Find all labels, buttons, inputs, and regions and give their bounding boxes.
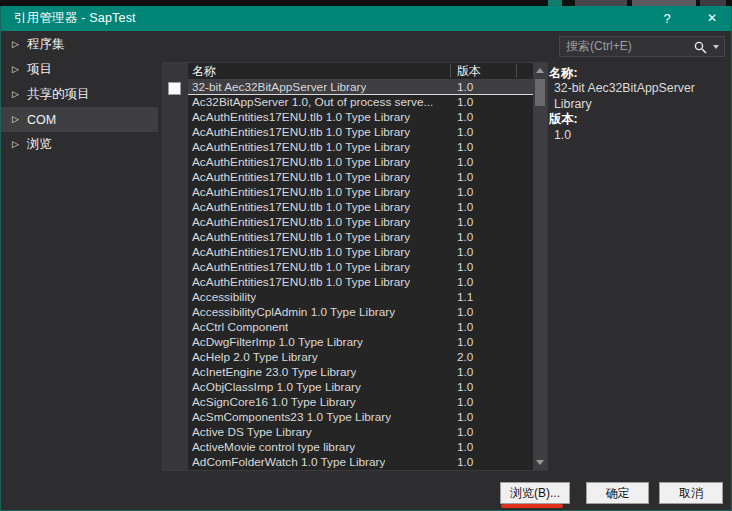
table-row[interactable]: Active DS Type Library1.0 [188,425,535,440]
sidebar-item-共享的项目[interactable]: ▷共享的项目 [1,82,158,107]
row-version: 1.0 [457,95,473,110]
dialog-body: ▷程序集▷项目▷共享的项目▷COM▷浏览 名称 版本 32-bit Aec32B… [1,31,731,509]
cancel-button[interactable]: 取消 [659,482,723,504]
ok-button[interactable]: 确定 [586,482,649,504]
vertical-scrollbar[interactable] [533,63,547,470]
table-row[interactable]: AcSignCore16 1.0 Type Library1.0 [188,395,535,410]
row-name: AccessibilityCplAdmin 1.0 Type Library [192,305,395,320]
table-row[interactable]: 32-bit Aec32BitAppServer Library1.0 [188,80,535,95]
row-version: 1.0 [457,365,473,380]
table-row[interactable]: AccessibilityCplAdmin 1.0 Type Library1.… [188,305,535,320]
row-name: 32-bit Aec32BitAppServer Library [192,80,366,95]
row-version: 1.1 [457,290,473,305]
row-name: AcSignCore16 1.0 Type Library [192,395,356,410]
help-button[interactable]: ? [652,6,682,31]
details-name-label: 名称: [549,66,725,81]
row-name: Active DS Type Library [192,425,312,440]
row-version: 1.0 [457,110,473,125]
table-row[interactable]: AcDwgFilterImp 1.0 Type Library1.0 [188,335,535,350]
details-name-value: 32-bit Aec32BitAppServer Library [549,81,725,112]
sidebar-item-项目[interactable]: ▷项目 [1,57,158,82]
row-version: 1.0 [457,410,473,425]
table-row[interactable]: AcAuthEntities17ENU.tlb 1.0 Type Library… [188,170,535,185]
row-name: AcSmComponents23 1.0 Type Library [192,410,391,425]
table-row[interactable]: Ac32BitAppServer 1.0, Out of process ser… [188,95,535,110]
search-box[interactable]: 搜索(Ctrl+E) [559,36,725,57]
expander-icon[interactable]: ▷ [12,139,19,149]
sidebar-item-label: 项目 [27,61,52,78]
red-annotation-underline [501,504,563,508]
row-name: AcHelp 2.0 Type Library [192,350,318,365]
row-version: 1.0 [457,260,473,275]
details-pane: 名称: 32-bit Aec32BitAppServer Library 版本:… [549,66,725,143]
table-row[interactable]: AcAuthEntities17ENU.tlb 1.0 Type Library… [188,110,535,125]
reference-list: 名称 版本 32-bit Aec32BitAppServer Library1.… [162,62,548,471]
table-row[interactable]: AcAuthEntities17ENU.tlb 1.0 Type Library… [188,155,535,170]
row-version: 1.0 [457,80,473,95]
table-row[interactable]: AcInetEngine 23.0 Type Library1.0 [188,365,535,380]
sidebar-item-COM[interactable]: ▷COM [1,107,158,132]
sidebar-item-label: COM [27,113,56,127]
details-version-value: 1.0 [549,128,725,143]
list-rows: 32-bit Aec32BitAppServer Library1.0Ac32B… [188,80,535,470]
table-row[interactable]: ActiveMovie control type library1.0 [188,440,535,455]
table-row[interactable]: AcAuthEntities17ENU.tlb 1.0 Type Library… [188,260,535,275]
row-version: 1.0 [457,170,473,185]
row-version: 1.0 [457,335,473,350]
row-version: 1.0 [457,425,473,440]
table-row[interactable]: AcAuthEntities17ENU.tlb 1.0 Type Library… [188,200,535,215]
table-row[interactable]: AcAuthEntities17ENU.tlb 1.0 Type Library… [188,275,535,290]
row-name: ActiveMovie control type library [192,440,355,455]
sidebar-item-label: 共享的项目 [27,86,90,103]
expander-icon[interactable]: ▷ [12,114,19,124]
sidebar-item-label: 程序集 [27,36,65,53]
row-name: AcAuthEntities17ENU.tlb 1.0 Type Library [192,155,410,170]
sidebar-item-浏览[interactable]: ▷浏览 [1,132,158,157]
expander-icon[interactable]: ▷ [12,64,19,74]
column-divider [450,64,451,78]
scroll-down-icon[interactable] [536,460,544,465]
browse-button[interactable]: 浏览(B)... [500,482,570,504]
row-version: 1.0 [457,200,473,215]
row-name: AdComFolderWatch 1.0 Type Library [192,455,385,470]
table-row[interactable]: AdComFolderWatch 1.0 Type Library1.0 [188,455,535,470]
row-name: AcAuthEntities17ENU.tlb 1.0 Type Library [192,260,410,275]
column-header-version[interactable]: 版本 [457,63,481,79]
checkbox-gutter [163,63,188,470]
row-name: AcDwgFilterImp 1.0 Type Library [192,335,363,350]
search-placeholder: 搜索(Ctrl+E) [566,37,632,56]
table-row[interactable]: AcAuthEntities17ENU.tlb 1.0 Type Library… [188,140,535,155]
table-row[interactable]: AcAuthEntities17ENU.tlb 1.0 Type Library… [188,230,535,245]
table-row[interactable]: AcSmComponents23 1.0 Type Library1.0 [188,410,535,425]
table-row[interactable]: AcAuthEntities17ENU.tlb 1.0 Type Library… [188,185,535,200]
table-row[interactable]: AcAuthEntities17ENU.tlb 1.0 Type Library… [188,125,535,140]
row-version: 1.0 [457,230,473,245]
row-name: AcAuthEntities17ENU.tlb 1.0 Type Library [192,125,410,140]
scroll-up-icon[interactable] [536,68,544,73]
table-row[interactable]: AcHelp 2.0 Type Library2.0 [188,350,535,365]
title-bar: 引用管理器 - SapTest ? ✕ [1,6,731,31]
window-title: 引用管理器 - SapTest [14,6,136,31]
table-row[interactable]: AcCtrl Component1.0 [188,320,535,335]
row-name: AcCtrl Component [192,320,288,335]
row-version: 2.0 [457,350,473,365]
table-row[interactable]: AcObjClassImp 1.0 Type Library1.0 [188,380,535,395]
expander-icon[interactable]: ▷ [12,39,19,49]
row-version: 1.0 [457,185,473,200]
table-row[interactable]: Accessibility1.1 [188,290,535,305]
sidebar-item-程序集[interactable]: ▷程序集 [1,32,158,57]
column-divider [516,64,517,78]
row-name: Ac32BitAppServer 1.0, Out of process ser… [192,95,433,110]
scrollbar-thumb[interactable] [535,79,545,106]
row-name: AcAuthEntities17ENU.tlb 1.0 Type Library [192,275,410,290]
list-header: 名称 版本 [188,63,533,80]
search-dropdown-icon[interactable] [713,45,719,49]
table-row[interactable]: AcAuthEntities17ENU.tlb 1.0 Type Library… [188,245,535,260]
column-header-name[interactable]: 名称 [192,63,216,79]
close-button[interactable]: ✕ [697,6,727,31]
table-row[interactable]: AcAuthEntities17ENU.tlb 1.0 Type Library… [188,215,535,230]
search-icon[interactable] [694,40,707,58]
row-checkbox[interactable] [168,82,181,95]
row-version: 1.0 [457,305,473,320]
expander-icon[interactable]: ▷ [12,89,19,99]
